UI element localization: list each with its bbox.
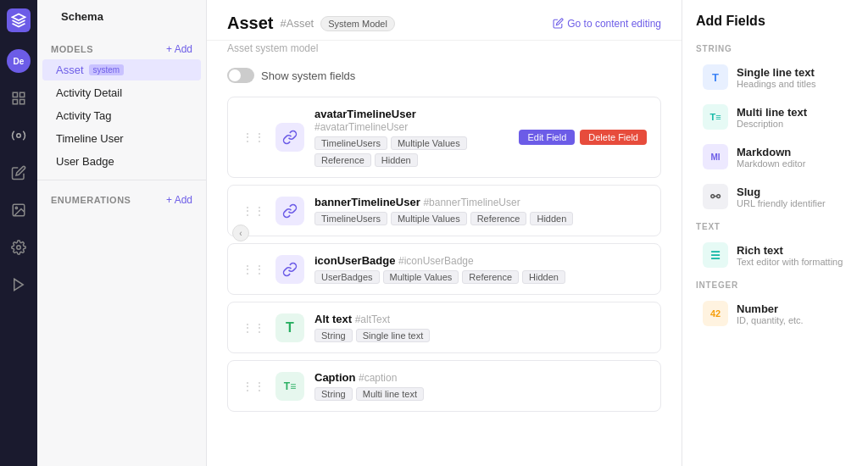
field-type-slug[interactable]: ⚯ Slug URL friendly identifier xyxy=(689,177,861,216)
type-name: Number xyxy=(737,302,804,315)
field-name: avatarTimelineUser #avatarTimelineUser xyxy=(314,108,509,133)
toggle-row: Show system fields xyxy=(227,68,661,83)
section-label-string: STRING xyxy=(682,39,868,57)
collapse-sidebar-button[interactable]: ‹ xyxy=(232,225,249,241)
drag-handle[interactable]: ⋮⋮ xyxy=(242,130,265,144)
svg-rect-0 xyxy=(13,92,17,97)
add-model-button[interactable]: + Add xyxy=(166,43,192,55)
main-body: Show system fields ⋮⋮ avatarTimelineUser… xyxy=(207,54,682,466)
sidebar-item-user-badge[interactable]: User Badge xyxy=(42,151,201,172)
nav-icon-play[interactable] xyxy=(7,273,31,297)
field-type-markdown[interactable]: MI Markdown Markdown editor xyxy=(689,137,861,176)
field-hash: #caption xyxy=(359,372,397,384)
field-icon-multiline: T≡ xyxy=(275,372,304,401)
type-icon-single-line: T xyxy=(703,64,728,90)
page-title: Asset xyxy=(227,14,273,33)
field-tag: UserBadges xyxy=(314,270,380,284)
field-tag: Reference xyxy=(470,212,527,225)
drag-handle[interactable]: ⋮⋮ xyxy=(242,204,265,218)
show-system-fields-toggle[interactable] xyxy=(227,68,254,83)
type-icon-rich-text: ☰ xyxy=(703,242,728,268)
app-logo[interactable] xyxy=(7,8,31,32)
drag-handle[interactable]: ⋮⋮ xyxy=(242,263,265,276)
type-name: Multi line text xyxy=(737,106,807,119)
svg-rect-1 xyxy=(20,92,25,97)
svg-point-7 xyxy=(17,246,21,250)
field-type-multi-line[interactable]: T≡ Multi line text Description xyxy=(689,97,861,136)
type-name: Markdown xyxy=(737,146,805,158)
type-info: Rich text Text editor with formatting xyxy=(737,244,843,267)
svg-marker-8 xyxy=(14,279,24,291)
edit-field-button[interactable]: Edit Field xyxy=(519,130,575,145)
user-avatar[interactable]: De xyxy=(7,49,31,73)
sidebar-item-asset[interactable]: Asset system xyxy=(42,59,201,80)
section-label-text: TEXT xyxy=(682,217,868,235)
nav-icon-schema[interactable] xyxy=(7,124,31,147)
field-actions: Edit Field Delete Field xyxy=(519,130,647,145)
field-card-altText: ⋮⋮ T Alt text #altText String Single lin… xyxy=(227,302,661,353)
enumerations-label: Enumerations xyxy=(51,195,131,205)
field-tag: String xyxy=(314,387,353,401)
sidebar-item-activity-detail[interactable]: Activity Detail xyxy=(42,82,201,103)
type-info: Number ID, quantity, etc. xyxy=(737,302,804,325)
field-type-single-line[interactable]: T Single line text Headings and titles xyxy=(689,58,861,97)
model-name-asset: Asset xyxy=(56,64,84,76)
field-tag: TimelineUsers xyxy=(314,136,387,150)
model-name-user-badge: User Badge xyxy=(56,155,114,168)
field-card-caption: ⋮⋮ T≡ Caption #caption String Multi line… xyxy=(227,360,661,412)
field-tags: TimelineUsers Multiple Values Reference … xyxy=(314,136,509,167)
field-info: Caption #caption String Multi line text xyxy=(314,371,647,401)
svg-point-4 xyxy=(17,134,21,138)
field-name: Alt text #altText xyxy=(314,313,647,325)
section-label-integer: INTEGER xyxy=(682,275,868,293)
type-desc: Headings and titles xyxy=(737,79,816,89)
go-to-editing-label: Go to content editing xyxy=(567,18,661,30)
type-desc: URL friendly identifier xyxy=(737,198,826,208)
main-content: Asset #Asset System Model Go to content … xyxy=(207,0,682,466)
type-icon-slug: ⚯ xyxy=(703,184,728,209)
field-hash: #iconUserBadge xyxy=(398,255,474,267)
field-info: avatarTimelineUser #avatarTimelineUser T… xyxy=(314,108,509,167)
field-tag: Reference xyxy=(314,153,371,167)
field-info: bannerTimelineUser #bannerTimelineUser T… xyxy=(314,196,647,225)
field-tag: Hidden xyxy=(375,153,418,167)
page-subtitle: Asset system model xyxy=(207,42,682,54)
nav-icon-media[interactable] xyxy=(7,198,31,222)
drag-handle[interactable]: ⋮⋮ xyxy=(242,380,265,393)
field-card-iconUserBadge: ⋮⋮ iconUserBadge #iconUserBadge UserBadg… xyxy=(227,243,661,295)
field-tag: Single line text xyxy=(356,329,431,342)
model-name-activity-tag: Activity Tag xyxy=(56,109,112,122)
drag-handle[interactable]: ⋮⋮ xyxy=(242,321,265,335)
field-tag: Hidden xyxy=(530,212,573,225)
field-type-number[interactable]: 42 Number ID, quantity, etc. xyxy=(689,294,861,333)
field-type-rich-text[interactable]: ☰ Rich text Text editor with formatting xyxy=(689,236,861,275)
model-badge-asset: system xyxy=(89,64,125,75)
field-tag: Hidden xyxy=(522,270,565,284)
field-icon-reference xyxy=(275,255,304,284)
field-tag: Multiple Values xyxy=(383,270,459,284)
field-tag: Multiple Values xyxy=(391,212,467,225)
models-section-header: Models + Add xyxy=(37,40,206,58)
add-fields-title: Add Fields xyxy=(682,14,868,39)
sidebar-item-timeline-user[interactable]: Timeline User xyxy=(42,128,201,149)
field-tag: Multi line text xyxy=(356,387,424,401)
go-to-editing-link[interactable]: Go to content editing xyxy=(553,18,661,30)
add-enumeration-button[interactable]: + Add xyxy=(166,194,192,206)
field-tag: String xyxy=(314,329,353,342)
field-name: iconUserBadge #iconUserBadge xyxy=(314,254,647,267)
field-tags: String Multi line text xyxy=(314,387,647,401)
nav-icon-content[interactable] xyxy=(7,161,31,185)
toggle-label: Show system fields xyxy=(261,69,355,82)
nav-icon-models[interactable] xyxy=(7,86,31,110)
delete-field-button[interactable]: Delete Field xyxy=(580,130,647,145)
field-card-bannerTimelineUser: ⋮⋮ bannerTimelineUser #bannerTimelineUse… xyxy=(227,185,661,236)
sidebar-item-activity-tag[interactable]: Activity Tag xyxy=(42,105,201,126)
field-tags: TimelineUsers Multiple Values Reference … xyxy=(314,212,647,225)
type-icon-number: 42 xyxy=(703,301,728,326)
field-tag: Reference xyxy=(462,270,519,284)
system-badge: System Model xyxy=(320,16,395,31)
sidebar-title: Schema xyxy=(47,10,117,30)
field-info: iconUserBadge #iconUserBadge UserBadges … xyxy=(314,254,647,284)
type-icon-multi-line: T≡ xyxy=(703,104,728,130)
nav-icon-settings[interactable] xyxy=(7,236,31,259)
